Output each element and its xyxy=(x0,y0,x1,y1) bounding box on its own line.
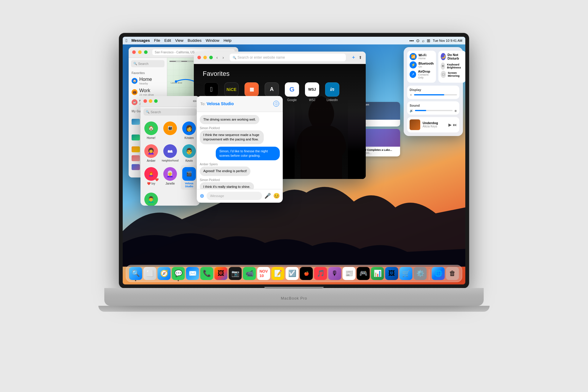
menu-edit[interactable]: Edit xyxy=(164,38,171,43)
dock-mail[interactable]: ✉️ xyxy=(186,267,199,280)
contact-neighborhood[interactable]: 🏘 Neighborhood xyxy=(161,143,180,164)
contact-simon[interactable]: 👨‍🦱 Simon xyxy=(143,191,159,206)
dock-safari[interactable]: 🧭 xyxy=(158,267,171,280)
messages-search-area: 🔍 Search xyxy=(140,107,200,117)
search-icon[interactable]: ⌕ xyxy=(422,38,424,43)
minimize-button[interactable] xyxy=(138,50,142,54)
chat-message-1: The driving scenes are working well. xyxy=(200,115,259,124)
dock-camera[interactable]: 📷 xyxy=(229,267,242,280)
cc-sound-slider[interactable] xyxy=(415,110,453,111)
contact-avatar-family: 👨‍👩‍👧‍👦 xyxy=(163,121,177,135)
skip-forward-button[interactable]: ⏭ xyxy=(453,122,457,127)
safari-forward-button[interactable]: › xyxy=(221,55,225,60)
safari-new-tab-button[interactable]: + xyxy=(352,55,355,61)
contact-kevin[interactable]: 👨 Kevin xyxy=(181,143,197,164)
compose-button[interactable]: ✏ xyxy=(193,98,197,104)
chat-info-button[interactable]: ⓘ xyxy=(273,101,279,107)
bluetooth-icon[interactable]: ⚡ xyxy=(410,61,417,68)
close-button[interactable] xyxy=(132,50,136,54)
dock-arcade[interactable]: 🎮 xyxy=(357,267,370,280)
wifi-icon[interactable]: ⊙ xyxy=(416,38,420,43)
contact-velosa[interactable]: 🎬 Velosa Studio xyxy=(181,165,197,190)
dock-calendar[interactable]: NOV10 xyxy=(257,267,270,280)
msg-contacts-min[interactable] xyxy=(149,99,152,103)
messages-search-input[interactable]: 🔍 Search xyxy=(143,108,197,116)
msg-contacts-max[interactable] xyxy=(154,99,158,103)
guide-thumb-beach xyxy=(132,119,140,125)
safari-back-button[interactable]: ‹ xyxy=(215,55,219,60)
safari-minimize-button[interactable] xyxy=(203,56,207,59)
contact-avatar-velosa: 🎬 xyxy=(182,167,196,181)
dock-keynote[interactable]: 🖼 xyxy=(385,267,398,280)
dock-podcasts[interactable]: 🎙 xyxy=(328,267,341,280)
contact-family[interactable]: 👨‍👩‍👧‍👦 xyxy=(161,120,180,141)
dock-trash[interactable]: 🗑 xyxy=(446,267,459,280)
menu-file[interactable]: File xyxy=(154,38,160,43)
msg-sender-simon1: Simon Pickford xyxy=(200,127,264,130)
chat-apps-button[interactable]: ⊕ xyxy=(200,193,204,199)
menu-view[interactable]: View xyxy=(175,38,183,43)
dock-facetime-video[interactable]: 📹 xyxy=(243,267,256,280)
cc-dnd-module[interactable]: 🌙 Do Not Disturb ☀ Keyboard Brightness □… xyxy=(438,51,465,83)
contact-home[interactable]: 🏠 Home! xyxy=(143,120,159,141)
dock-finder[interactable]: 🔍 xyxy=(129,267,142,280)
imessage-input[interactable]: iMessage xyxy=(207,192,262,200)
play-pause-button[interactable]: ▶ xyxy=(448,122,452,127)
screen-mirroring-icon[interactable]: □ xyxy=(441,71,446,78)
window-messages-contacts[interactable]: ✏ 🔍 Search 🏠 Home! xyxy=(140,96,200,206)
maps-search-area: 🔍 Search xyxy=(129,58,167,70)
chat-emoji-button[interactable]: 😊 xyxy=(273,193,280,199)
menu-window[interactable]: Window xyxy=(206,38,219,43)
chat-audio-button[interactable]: 🎤 xyxy=(264,193,271,199)
keyboard-brightness-icon[interactable]: ☀ xyxy=(441,63,445,70)
menu-buddies[interactable]: Buddies xyxy=(188,38,202,43)
menubar-left:  Messages File Edit View Buddies Window… xyxy=(126,38,409,43)
cc-wifi-text: Wi-Fi Home xyxy=(418,53,426,60)
window-messages-chat[interactable]: To: Velosa Studio ⓘ The driving scenes a… xyxy=(197,96,283,203)
app-name-messages[interactable]: Messages xyxy=(131,38,150,43)
dock-numbers[interactable]: 📊 xyxy=(371,267,384,280)
control-center-icon[interactable]: ⊞ xyxy=(427,38,430,43)
favorite-wsj[interactable]: WSJ WSJ xyxy=(303,82,321,102)
dnd-icon[interactable]: 🌙 xyxy=(441,53,446,60)
dock-music[interactable]: 🎵 xyxy=(314,267,327,280)
contact-ivy[interactable]: 👩‍🦰 ❤️ ❤️ Ivy xyxy=(143,165,159,190)
menu-help[interactable]: Help xyxy=(223,38,231,43)
airdrop-icon[interactable]: ↗ xyxy=(410,71,416,78)
xcode-icon: 🛒 xyxy=(402,270,410,277)
safari-close-button[interactable] xyxy=(197,56,201,59)
cc-airdrop-item: ↗ AirDrop Contacts Only xyxy=(410,70,434,79)
maps-favorite-home[interactable]: 🏠 Home Nearby xyxy=(129,75,167,87)
favorite-icon-wsj: WSJ xyxy=(305,82,319,97)
favorite-icon-itsnice: NiCE xyxy=(224,82,239,97)
favorite-google[interactable]: G Google xyxy=(283,82,301,102)
contact-avatar-neighborhood: 🏘 xyxy=(163,144,177,158)
dock-siri[interactable]: 🌐 xyxy=(432,267,445,280)
cc-display-slider[interactable] xyxy=(414,94,457,95)
dock-facetime[interactable]: 📞 xyxy=(200,267,213,280)
contact-amber[interactable]: 👩‍🦱 Amber xyxy=(143,143,159,164)
dock-launchpad[interactable]: ⬜ xyxy=(143,267,156,280)
apple-menu-icon[interactable]:  xyxy=(126,38,127,43)
maps-search-input[interactable]: 🔍 Search xyxy=(131,60,164,67)
dock-preferences[interactable]: ⚙️ xyxy=(414,267,427,280)
cc-network-module[interactable]: 📶 Wi-Fi Home ⚡ Bluetooth On xyxy=(407,51,436,83)
dock-messages[interactable]: 💬 xyxy=(172,267,185,280)
safari-maximize-button[interactable] xyxy=(209,56,213,59)
desktop:  Messages File Edit View Buddies Window… xyxy=(123,37,465,284)
safari-share-button[interactable]: ⬆ xyxy=(359,55,362,60)
dock-notes[interactable]: 📝 xyxy=(271,267,285,280)
dock-xcode[interactable]: 🛒 xyxy=(400,267,413,280)
dock-photos[interactable]: 🖼 xyxy=(215,267,228,280)
contact-kristen[interactable]: 👩 Kristen xyxy=(181,120,197,141)
maximize-button[interactable] xyxy=(144,50,148,54)
wifi-toggle-icon[interactable]: 📶 xyxy=(410,53,417,60)
contact-janelle[interactable]: 👩‍🦳 Janelle xyxy=(161,165,180,190)
favorite-linkedin[interactable]: in LinkedIn xyxy=(324,82,341,102)
dock-news[interactable]: 📰 xyxy=(343,267,356,280)
dock-appletv[interactable]: 🍎 xyxy=(300,267,313,280)
safari-address-bar[interactable]: 🔍 Search or enter website name xyxy=(230,54,346,61)
msg-contacts-close[interactable] xyxy=(143,99,147,103)
contact-name-amber: Amber xyxy=(147,159,155,162)
dock-reminders[interactable]: ☑️ xyxy=(286,267,299,280)
